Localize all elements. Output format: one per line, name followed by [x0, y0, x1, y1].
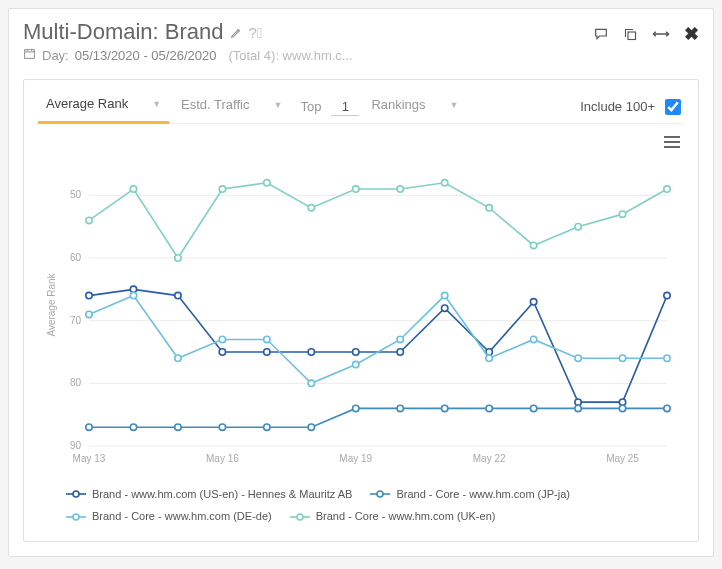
svg-point-59	[664, 355, 670, 361]
total-text: (Total 4): www.hm.c...	[228, 48, 352, 63]
svg-point-23	[308, 349, 314, 355]
tab-estd-traffic[interactable]: Estd. Traffic ▼	[173, 91, 290, 122]
svg-point-62	[175, 255, 181, 261]
svg-point-71	[575, 223, 581, 229]
svg-point-63	[219, 186, 225, 192]
legend-swatch	[290, 512, 310, 522]
legend-swatch	[66, 489, 86, 499]
legend-label: Brand - www.hm.com (US-en) - Hennes & Ma…	[92, 484, 352, 505]
date-range[interactable]: 05/13/2020 - 05/26/2020	[75, 48, 217, 63]
svg-text:80: 80	[70, 377, 82, 388]
svg-text:60: 60	[70, 252, 82, 263]
svg-point-53	[397, 336, 403, 342]
chevron-down-icon: ▼	[450, 100, 459, 110]
svg-point-44	[619, 405, 625, 411]
svg-point-30	[619, 399, 625, 405]
svg-point-67	[397, 186, 403, 192]
page-title: Multi-Domain: Brand	[23, 19, 224, 45]
top-label: Top	[294, 99, 327, 114]
legend-label: Brand - Core - www.hm.com (UK-en)	[316, 506, 496, 527]
svg-point-55	[486, 355, 492, 361]
tab-rankings[interactable]: Rankings ▼	[363, 91, 466, 122]
svg-point-48	[175, 355, 181, 361]
legend-swatch	[370, 489, 390, 499]
svg-point-81	[297, 514, 303, 520]
svg-point-20	[175, 292, 181, 298]
close-icon[interactable]: ✖	[684, 23, 699, 45]
svg-point-43	[575, 405, 581, 411]
svg-point-61	[130, 186, 136, 192]
include-label: Include 100+	[580, 99, 655, 114]
svg-text:90: 90	[70, 440, 82, 451]
metric-tabs: Average Rank ▼ Estd. Traffic ▼ Top Ranki…	[24, 80, 698, 123]
legend-label: Brand - Core - www.hm.com (JP-ja)	[396, 484, 570, 505]
chart-legend: Brand - www.hm.com (US-en) - Hennes & Ma…	[24, 480, 698, 541]
legend-item[interactable]: Brand - Core - www.hm.com (JP-ja)	[370, 484, 570, 505]
svg-point-37	[308, 424, 314, 430]
svg-point-73	[664, 186, 670, 192]
edit-icon[interactable]	[230, 26, 243, 39]
svg-point-22	[264, 349, 270, 355]
svg-point-79	[73, 514, 79, 520]
svg-text:May 22: May 22	[473, 453, 506, 464]
svg-text:70: 70	[70, 315, 82, 326]
help-icon[interactable]: ?⃝	[249, 24, 263, 41]
svg-text:Average Rank: Average Rank	[46, 272, 57, 336]
svg-point-28	[530, 299, 536, 305]
svg-text:May 13: May 13	[73, 453, 106, 464]
svg-point-39	[397, 405, 403, 411]
svg-point-18	[86, 292, 92, 298]
svg-point-57	[575, 355, 581, 361]
copy-icon[interactable]	[623, 27, 638, 42]
svg-point-75	[73, 491, 79, 497]
svg-point-56	[530, 336, 536, 342]
date-subheader: Day: 05/13/2020 - 05/26/2020 (Total 4): …	[23, 47, 699, 63]
svg-point-40	[441, 405, 447, 411]
panel-header: Multi-Domain: Brand ?⃝ ✖ Day: 05/13/2020	[9, 9, 713, 69]
chevron-down-icon: ▼	[273, 100, 282, 110]
svg-point-25	[397, 349, 403, 355]
svg-point-69	[486, 205, 492, 211]
chevron-down-icon: ▼	[152, 99, 161, 109]
include-checkbox[interactable]	[665, 99, 681, 115]
chart-card: Average Rank ▼ Estd. Traffic ▼ Top Ranki…	[23, 79, 699, 542]
svg-text:May 19: May 19	[339, 453, 372, 464]
rank-line-chart: 5060708090May 13May 16May 19May 22May 25…	[41, 134, 681, 474]
comment-icon[interactable]	[593, 26, 609, 42]
svg-point-32	[86, 424, 92, 430]
svg-point-50	[264, 336, 270, 342]
svg-point-33	[130, 424, 136, 430]
tab-label: Rankings	[371, 97, 425, 112]
header-actions: ✖	[593, 23, 699, 45]
svg-point-38	[353, 405, 359, 411]
chart-menu-icon[interactable]	[664, 136, 680, 148]
svg-point-68	[441, 180, 447, 186]
svg-point-60	[86, 217, 92, 223]
svg-point-31	[664, 292, 670, 298]
svg-rect-0	[628, 32, 636, 40]
svg-point-35	[219, 424, 225, 430]
svg-point-58	[619, 355, 625, 361]
svg-point-34	[175, 424, 181, 430]
svg-point-51	[308, 380, 314, 386]
move-icon[interactable]	[652, 28, 670, 40]
svg-point-46	[86, 311, 92, 317]
svg-text:May 25: May 25	[606, 453, 639, 464]
svg-point-54	[441, 292, 447, 298]
top-n-input[interactable]	[331, 98, 359, 116]
svg-point-72	[619, 211, 625, 217]
tab-average-rank[interactable]: Average Rank ▼	[38, 90, 169, 124]
tab-label: Estd. Traffic	[181, 97, 249, 112]
svg-text:50: 50	[70, 189, 82, 200]
calendar-icon	[23, 47, 36, 63]
legend-item[interactable]: Brand - Core - www.hm.com (DE-de)	[66, 506, 272, 527]
svg-point-21	[219, 349, 225, 355]
include-100-toggle[interactable]: Include 100+	[580, 96, 684, 118]
chart-area: 5060708090May 13May 16May 19May 22May 25…	[24, 124, 698, 480]
legend-item[interactable]: Brand - www.hm.com (US-en) - Hennes & Ma…	[66, 484, 352, 505]
tab-label: Average Rank	[46, 96, 128, 111]
legend-item[interactable]: Brand - Core - www.hm.com (UK-en)	[290, 506, 496, 527]
svg-point-36	[264, 424, 270, 430]
report-panel: Multi-Domain: Brand ?⃝ ✖ Day: 05/13/2020	[8, 8, 714, 557]
svg-point-19	[130, 286, 136, 292]
